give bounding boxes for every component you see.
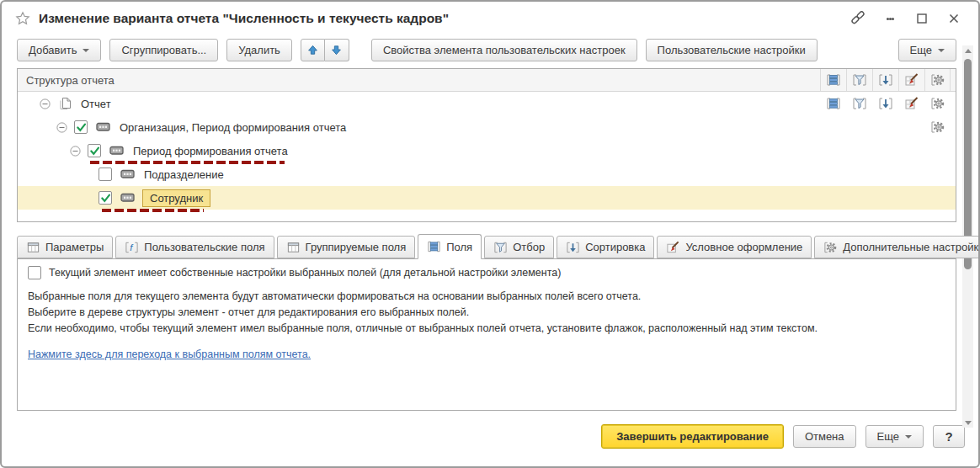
filter-icon[interactable] [846,69,872,91]
conditional-appearance-icon[interactable] [898,92,924,115]
sorting-icon[interactable] [872,92,898,115]
sorting-icon[interactable] [872,69,898,91]
tab-fields-active[interactable]: Поля [418,234,482,259]
collapse-icon[interactable] [40,98,51,109]
more-button-label: Еще [910,44,932,56]
tab-label: Сортировка [585,241,645,253]
help-label: ? [945,429,952,444]
footer-more-button[interactable]: Еще [865,425,924,448]
go-to-report-fields-link[interactable]: Нажмите здесь для перехода к выбранным п… [28,348,311,360]
toolbar: Добавить Сгруппировать... Удалить Свойст… [2,35,978,66]
finish-editing-button[interactable]: Завершить редактирование [601,424,784,449]
filter-icon[interactable] [846,92,872,115]
cancel-button[interactable]: Отмена [793,425,856,448]
filter-icon [493,241,508,254]
tree-header-label: Структура отчета [26,74,115,87]
add-button-label: Добавить [29,44,77,56]
grouping-item-icon [120,169,136,179]
get-link-icon[interactable] [845,8,871,29]
arrow-up-icon [306,44,319,56]
maximize-icon[interactable] [909,8,935,29]
settings-icon[interactable] [924,69,951,91]
tree-row-label: Подразделение [144,168,224,181]
settings-icon [823,241,838,254]
info-text-line: Выберите в дереве структуры элемент - от… [28,306,945,321]
grouping-fields-icon[interactable] [820,92,846,115]
tree-header-icon-strip [820,69,951,91]
tree-row-label: Организация, Период формирования отчета [120,121,346,134]
tab-label: Пользовательские поля [144,241,264,253]
settings-icon[interactable] [924,92,951,115]
arrow-down-icon [330,44,343,56]
row-checkbox-checked[interactable] [99,191,112,205]
tree-header: Структура отчета [18,69,956,92]
tree-row-period[interactable]: Период формирования отчета [18,139,956,162]
help-button[interactable]: ? [933,425,965,448]
tree-row-department[interactable]: Подразделение [18,162,956,186]
own-settings-checkbox-unchecked[interactable] [28,266,41,279]
grouping-fields-icon[interactable] [820,69,846,91]
selected-cell-employee[interactable]: Сотрудник [142,189,210,207]
scroll-up-icon[interactable] [962,45,973,56]
group-button-label: Сгруппировать... [121,44,206,56]
delete-button[interactable]: Удалить [226,39,292,61]
settings-icon[interactable] [924,115,951,139]
report-document-icon [57,97,72,111]
element-user-settings-properties-button[interactable]: Свойства элемента пользовательских настр… [371,39,637,61]
scroll-down-icon[interactable] [962,417,973,428]
tab-additional-settings[interactable]: Дополнительные настройки [814,236,980,258]
footer: Завершить редактирование Отмена Еще ? [2,411,978,449]
tree-row-employee-selected[interactable]: Сотрудник [18,186,956,210]
own-settings-checkbox-row: Текущий элемент имеет собственные настро… [28,266,945,279]
cancel-label: Отмена [805,430,844,443]
tab-filter[interactable]: Отбор [484,236,554,258]
favorite-star-icon[interactable] [15,11,30,26]
tab-label: Отбор [513,241,545,253]
tree-row-label: Отчет [81,98,111,110]
annotation-dashed-underline-period [90,161,285,164]
window-menu-icon[interactable] [877,8,903,29]
tab-group-fields[interactable]: Группируемые поля [277,236,416,258]
table-icon [286,241,301,254]
grouping-item-icon [96,122,111,132]
user-settings-label: Пользовательские настройки [658,44,806,56]
tab-parameters[interactable]: Параметры [17,236,113,258]
collapse-icon[interactable] [70,146,81,157]
report-variant-window: Изменение варианта отчета "Численность и… [0,0,980,468]
move-down-button[interactable] [325,39,349,61]
tree-row-label: Период формирования отчета [133,145,288,157]
tab-label: Условное оформление [685,241,802,253]
tab-custom-fields[interactable]: f Пользовательские поля [115,236,274,258]
close-icon[interactable] [941,8,967,29]
tab-sorting[interactable]: Сортировка [557,236,654,258]
conditional-appearance-icon[interactable] [898,69,924,91]
footer-more-label: Еще [877,430,899,443]
svg-text:f: f [130,242,134,253]
function-icon: f [125,241,139,254]
element-props-label: Свойства элемента пользовательских настр… [383,44,626,56]
grouping-item-icon [120,193,136,203]
row-checkbox-checked[interactable] [88,144,101,157]
delete-button-label: Удалить [238,44,280,56]
tree-row-organization-period[interactable]: Организация, Период формирования отчета [18,115,956,139]
user-settings-button[interactable]: Пользовательские настройки [646,39,818,61]
row-checkbox-unchecked[interactable] [99,168,112,181]
tab-label: Параметры [45,241,104,253]
add-button[interactable]: Добавить [17,39,101,61]
info-text-line: Если необходимо, чтобы текущий элемент и… [28,322,945,337]
row-icon-strip [820,92,951,115]
move-up-button[interactable] [301,39,325,61]
row-checkbox-checked[interactable] [74,120,88,134]
collapse-icon[interactable] [56,122,67,133]
fields-tab-panel: Текущий элемент имеет собственные настро… [17,258,956,411]
more-button[interactable]: Еще [898,39,956,61]
tab-label: Дополнительные настройки [843,241,980,253]
group-button[interactable]: Сгруппировать... [109,39,218,61]
fields-icon [427,240,441,253]
window-title: Изменение варианта отчета "Численность и… [39,11,449,26]
own-settings-checkbox-label: Текущий элемент имеет собственные настро… [49,267,561,279]
reorder-buttons [301,39,349,61]
tab-conditional-appearance[interactable]: Условное оформление [657,236,812,258]
tree-row-report[interactable]: Отчет [18,92,956,115]
report-structure-tree: Структура отчета [17,68,956,222]
